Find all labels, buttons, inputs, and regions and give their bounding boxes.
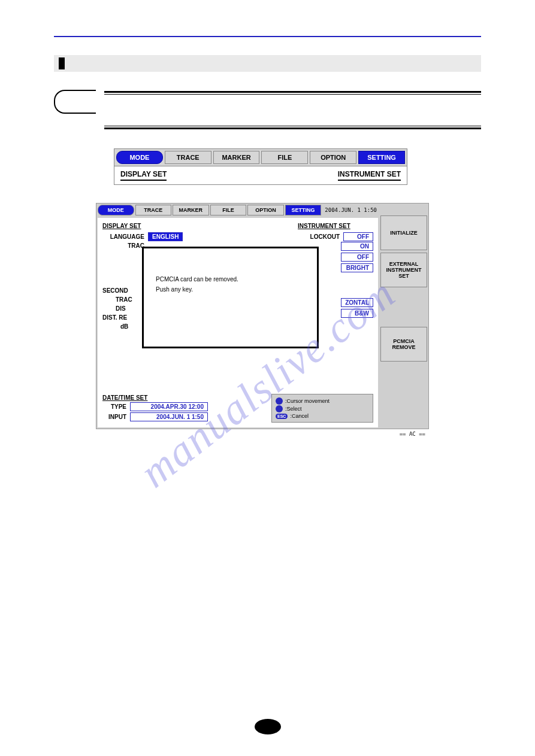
dpad-icon [276, 397, 283, 405]
clock: 2004.JUN. 1 1:50 [322, 205, 379, 215]
heading-instrument-set: INSTRUMENT SET [298, 223, 350, 229]
tab-mode[interactable]: MODE [116, 151, 163, 164]
label-trac2: TRAC [116, 296, 132, 303]
tab-marker[interactable]: MARKER [173, 205, 209, 215]
label-d: dB [120, 323, 132, 330]
heading-datetime: DATE/TIME SET [102, 394, 208, 401]
tab-trace[interactable]: TRACE [135, 205, 172, 215]
hint-cursor: :Cursor movement [285, 398, 330, 404]
hint-box: :Cursor movement :Select ESC:Cancel [271, 394, 373, 423]
tab-trace[interactable]: TRACE [165, 151, 211, 164]
left-labels: SECOND TRAC DIS DIST. RE dB [102, 285, 132, 332]
main-panel: MODE TRACE MARKER FILE OPTION SETTING 20… [96, 204, 379, 429]
side-values: ON OFF BRIGHT ZONTAL B&W [341, 242, 373, 318]
note-block [54, 90, 481, 130]
label-input: INPUT [102, 414, 126, 420]
tabbar: MODE TRACE MARKER FILE OPTION SETTING [114, 148, 407, 166]
softkey-column: INITIALIZE EXTERNAL INSTRUMENT SET PCMCI… [379, 204, 428, 429]
value-bw[interactable]: B&W [341, 309, 373, 318]
softkey-blank2 [380, 364, 427, 399]
date-time-block: DATE/TIME SET TYPE 2004.APR.30 12:00 INP… [102, 394, 208, 423]
value-off[interactable]: OFF [341, 253, 373, 262]
hint-select: :Select [285, 406, 302, 412]
tab-file[interactable]: FILE [210, 205, 247, 215]
top-rule [54, 36, 481, 37]
label-display-set: DISPLAY SET [120, 170, 167, 181]
softkey-blank1 [380, 290, 427, 324]
value-on[interactable]: ON [341, 242, 373, 251]
softkey-initialize[interactable]: INITIALIZE [380, 215, 427, 250]
esc-icon: ESC [276, 414, 288, 419]
tab-file[interactable]: FILE [261, 151, 308, 164]
section-header [54, 55, 481, 72]
label-dist-re: DIST. RE [102, 314, 132, 321]
value-zontal[interactable]: ZONTAL [341, 298, 373, 307]
tab-option[interactable]: OPTION [247, 205, 284, 215]
softkey-external-instrument-set[interactable]: EXTERNAL INSTRUMENT SET [380, 253, 427, 287]
tab-option[interactable]: OPTION [310, 151, 356, 164]
label-instrument-set: INSTRUMENT SET [338, 170, 401, 181]
value-input[interactable]: 2004.JUN. 1 1:50 [130, 412, 208, 421]
hint-cancel: :Cancel [290, 413, 309, 419]
label-language: LANGUAGE [102, 233, 144, 240]
section-mark [59, 57, 65, 69]
enter-icon [276, 405, 283, 412]
value-language[interactable]: ENGLISH [148, 232, 183, 241]
label-lockout: LOCKOUT [298, 233, 340, 240]
value-bright[interactable]: BRIGHT [341, 263, 373, 272]
softkey-pcmcia-remove[interactable]: PCMCIA REMOVE [380, 327, 427, 362]
figure-setting-screen: MODE TRACE MARKER FILE OPTION SETTING 20… [96, 203, 429, 439]
tab-mode[interactable]: MODE [98, 205, 134, 215]
value-type[interactable]: 2004.APR.30 12:00 [130, 402, 208, 411]
note-lines [104, 90, 481, 130]
dialog-pcmcia: PCMCIA card can be removed. Push any key… [142, 247, 319, 348]
label-dis: DIS [116, 305, 132, 312]
heading-display-set: DISPLAY SET [102, 223, 141, 229]
value-lockout[interactable]: OFF [343, 232, 373, 241]
label-type: TYPE [102, 403, 126, 410]
body: DISPLAY SET LANGUAGE ENGLISH TRAC [98, 218, 378, 427]
tab-setting[interactable]: SETTING [358, 151, 405, 164]
page-number-oval [255, 719, 281, 734]
figure-tabbar-small: MODE TRACE MARKER FILE OPTION SETTING DI… [114, 148, 407, 185]
ac-indicator: == AC == [96, 429, 429, 439]
tabbar: MODE TRACE MARKER FILE OPTION SETTING [96, 204, 322, 217]
subhead-row: DISPLAY SET INSTRUMENT SET [114, 166, 407, 185]
dialog-line2: Push any key. [156, 286, 305, 293]
dialog-line1: PCMCIA card can be removed. [156, 276, 305, 283]
tab-marker[interactable]: MARKER [213, 151, 260, 164]
label-second: SECOND [102, 287, 132, 294]
label-trac: TRAC [102, 242, 144, 249]
note-tab-shape [54, 90, 96, 114]
tab-setting[interactable]: SETTING [285, 205, 322, 215]
